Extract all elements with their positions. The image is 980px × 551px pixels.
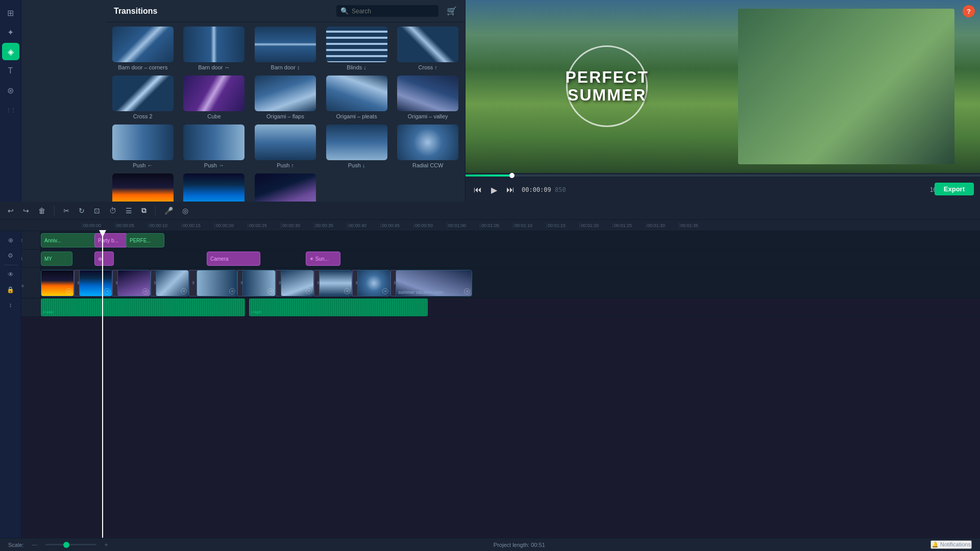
ruler-mark: 00:01:35 [679,223,712,228]
cart-icon[interactable]: 🛒 [447,6,457,16]
text-clip-perfe[interactable]: PERFE... [126,233,164,247]
video-clip-9[interactable]: summer vacation.mov ⊲ [396,270,472,296]
sidebar-icon-star[interactable]: ✦ [2,23,19,41]
video-clip-8[interactable]: ⊲ [357,270,390,296]
transition-thumb-cross2 [112,76,174,111]
rewind-button[interactable]: ⏮ [472,184,484,195]
video-clip-3[interactable]: ⊲ [156,270,189,296]
transition-thumb-cross [397,27,458,62]
delete-button[interactable]: 🗑 [36,205,48,216]
audio-clip-2[interactable]: i.mp3 [249,298,428,316]
text-track-1-content[interactable]: Anniv... Party b... PERFE... [41,231,980,249]
transition-card-cube[interactable]: Cube [181,76,248,119]
transition-card-origami-f[interactable]: Origami – flaps [252,76,318,119]
audio-track-content[interactable]: z.wav i.mp3 [41,298,980,316]
transition-card-city3[interactable]: Rotate [252,173,318,202]
loop-button[interactable]: ↻ [76,205,87,216]
transition-card-city2[interactable]: Roll → [181,173,248,202]
ruler-mark: 00:01:00 [447,223,480,228]
preview-background: PERFECT SUMMER [465,0,980,173]
transition-card-push-l[interactable]: Push ← [110,124,176,168]
transitions-panel: Transitions 🔍 🛒 Barn door – corners Barn… [21,0,465,202]
layout-button[interactable]: ☰ [123,205,135,216]
clip-handle-3[interactable]: ⊲ [181,288,187,294]
transition-card-blinds[interactable]: Blinds ↓ [324,27,390,70]
notifications-button[interactable]: 🔔 Notifications [930,540,972,549]
cut-button[interactable]: ✂ [61,205,72,216]
timeline-toolbar: ↩ ↪ 🗑 ✂ ↻ ⊡ ⏱ ☰ ⧉ 🎤 ◎ [0,202,980,220]
video-clip-2[interactable]: ⊲ [117,270,151,296]
arrow-button[interactable]: ↕ [4,298,18,312]
transition-card-barn-h[interactable]: Barn door ↔ [181,27,248,70]
clip-handle-9[interactable]: ⊲ [464,288,470,294]
sidebar-icon-globe[interactable]: ⊛ [2,82,19,99]
sidebar-icon-text[interactable]: T [2,62,19,80]
video-clip-7[interactable]: ⊲ [319,270,352,296]
video-track-content[interactable]: ⊲ ⧖ ⊲ ⧖ ⊲ ⧖ ⊲ ⧖ ⊲ ⧖ ⊲ ⧖ ⊲ ⧖ ⊲ ⧖ ⊲ ⧖ summ… [41,268,980,298]
transition-card-city1[interactable]: Roll ← [110,173,176,202]
video-clip-thumb-6: ⊲ [281,270,313,296]
location-button[interactable]: ◎ [180,205,191,216]
add-track-button[interactable]: ⊕ [4,233,18,247]
transition-card-push-r[interactable]: Push → [181,124,248,168]
fast-forward-button[interactable]: ⏭ [504,184,517,195]
overlay-clip-camera[interactable]: Camera [207,252,260,266]
play-button[interactable]: ▶ [489,184,499,196]
overlay-clip-sticker[interactable]: ⊛ [94,252,114,266]
transition-card-cross2[interactable]: Cross 2 [110,76,176,119]
overlay-clip-my[interactable]: MY [41,252,72,266]
overlay-track-content[interactable]: MY ⊛ Camera ☀ Sun... [41,249,980,267]
lock-button[interactable]: 🔒 [4,283,18,297]
audio-clip-1[interactable]: z.wav [41,298,245,316]
undo-button[interactable]: ↩ [5,205,16,216]
search-input[interactable] [352,8,428,15]
sticker-clip-party[interactable]: Party b... [94,233,128,247]
clip-handle-4[interactable]: ⊲ [229,288,235,294]
search-bar[interactable]: 🔍 [336,5,438,17]
video-clip-6[interactable]: ⊲ [281,270,314,296]
clip-handle-0[interactable]: ⊲ [66,288,72,294]
crop-button[interactable]: ⊡ [91,205,103,216]
video-clip-1[interactable]: ⊲ [79,270,112,296]
sidebar-icon-effects[interactable]: ◈ [2,43,19,60]
transition-card-origami-v[interactable]: Origami – valley [395,76,461,119]
clip-handle-6[interactable]: ⊲ [306,288,312,294]
transition-card-origami-p[interactable]: Origami – pleats [324,76,390,119]
transition-card-radial-ccw[interactable]: Radial CCW [395,124,461,168]
scale-slider[interactable] [45,544,96,545]
progress-dot [509,173,514,178]
transition-card-cross[interactable]: Cross ↑ [395,27,461,70]
progress-bar-container[interactable] [465,173,980,178]
transition-thumb-city3 [255,173,316,202]
sidebar-icon-apps[interactable]: ⋮⋮ [2,101,19,118]
ruler-mark: 00:00:35 [314,223,347,228]
progress-bar-track[interactable] [465,174,980,177]
clip-handle-2[interactable]: ⊲ [142,288,149,294]
video-clip-5[interactable]: ⊲ [242,270,276,296]
clip-handle-1[interactable]: ⊲ [104,288,110,294]
mic-button[interactable]: 🎤 [162,205,176,216]
overlay-clip-sun[interactable]: ☀ Sun... [306,252,340,266]
transition-card-barn-v[interactable]: Barn door ↕ [252,27,318,70]
video-clip-0[interactable]: ⊲ [41,270,74,296]
clip-handle-5[interactable]: ⊲ [267,288,274,294]
overlay-track: Tt MY ⊛ Camera ☀ Sun... [0,249,980,268]
transition-label-barn-h: Barn door ↔ [198,64,230,70]
clip-handle-7[interactable]: ⊲ [344,288,350,294]
transition-card-push-u[interactable]: Push ↑ [252,124,318,168]
adjust-button[interactable]: ⧉ [139,205,149,216]
eye-button[interactable]: 👁 [4,267,18,282]
settings-button[interactable]: ⚙ [4,248,18,263]
sidebar-icon-grid[interactable]: ⊞ [2,4,19,21]
transition-card-barn-corners[interactable]: Barn door – corners [110,27,176,70]
help-button[interactable]: ? [963,5,975,17]
timer-button[interactable]: ⏱ [107,205,119,216]
ruler-mark: 00:00:10 [148,223,181,228]
video-clip-4[interactable]: ⊲ [197,270,237,296]
panel-header: Transitions 🔍 🛒 [106,0,465,22]
clip-handle-8[interactable]: ⊲ [382,288,388,294]
export-button[interactable]: Export [935,183,974,195]
redo-button[interactable]: ↪ [20,205,32,216]
transition-thumb-push-r [183,124,244,160]
transition-card-push-d[interactable]: Push ↓ [324,124,390,168]
